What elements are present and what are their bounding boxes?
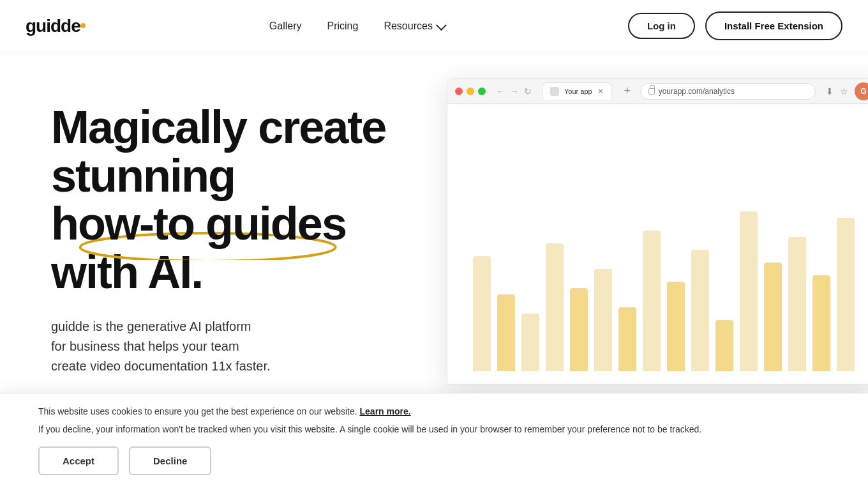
user-avatar[interactable]: G	[855, 82, 868, 100]
chart-bar	[521, 314, 539, 371]
refresh-icon[interactable]: ↻	[524, 86, 532, 96]
hero-title-line2: stunning how-to guides	[51, 150, 346, 250]
nav-links: Gallery Pricing Resources	[269, 20, 444, 32]
chart-bar	[691, 250, 709, 371]
chart-bar	[570, 288, 588, 371]
chart-bar	[667, 282, 685, 371]
browser-content	[447, 104, 868, 384]
hero-subtitle: guidde is the generative AI platformfor …	[51, 317, 396, 376]
decline-button[interactable]: Decline	[129, 446, 211, 475]
accept-button[interactable]: Accept	[38, 446, 119, 475]
nav-item-gallery[interactable]: Gallery	[269, 20, 302, 32]
cookie-buttons: Accept Decline	[38, 446, 830, 475]
nav-link-resources: Resources	[384, 20, 432, 32]
cookie-text-block: This website uses cookies to ensure you …	[38, 406, 830, 436]
chart-bar	[812, 275, 830, 371]
login-button[interactable]: Log in	[628, 13, 695, 39]
chart-container	[460, 179, 867, 371]
hero-title-highlight: how-to guides	[51, 198, 346, 249]
chart-bar	[740, 211, 758, 371]
chart-bar	[837, 218, 855, 371]
logo[interactable]: guidde	[26, 16, 86, 36]
tab-close-icon[interactable]: ✕	[597, 87, 604, 96]
browser-address-bar[interactable]: yourapp.com/analytics	[640, 83, 816, 100]
cookie-text-main: This website uses cookies to ensure you …	[38, 406, 357, 416]
star-icon[interactable]: ☆	[840, 86, 848, 96]
forward-icon[interactable]: →	[510, 86, 519, 96]
chart-bar	[473, 256, 491, 371]
chart-bar	[715, 320, 733, 371]
add-tab-button[interactable]: +	[620, 84, 635, 99]
nav-resources-dropdown[interactable]: Resources	[384, 20, 444, 32]
chart-bar	[618, 307, 636, 371]
logo-text: guidde	[26, 16, 86, 36]
chart-bar	[497, 294, 515, 371]
chart-bar	[546, 243, 564, 371]
chart-bar	[788, 237, 806, 371]
navbar: guidde Gallery Pricing Resources Log in …	[0, 0, 868, 52]
chevron-down-icon	[436, 20, 447, 31]
install-extension-button[interactable]: Install Free Extension	[705, 11, 842, 40]
dot-minimize[interactable]	[467, 88, 474, 95]
hero-highlight-wrapper: how-to guides	[51, 200, 346, 248]
browser-nav-buttons: ← → ↻	[496, 86, 532, 96]
cookie-text-2: If you decline, your information won't b…	[38, 423, 830, 436]
download-icon[interactable]: ⬇	[826, 86, 834, 96]
tab-favicon	[550, 87, 559, 96]
hero-title: Magically create stunning how-to guides …	[51, 103, 466, 296]
browser-tab-label: Your app	[564, 88, 592, 95]
nav-item-resources[interactable]: Resources	[384, 20, 444, 32]
hero-title-line1: Magically create	[51, 102, 385, 153]
browser-toolbar: ← → ↻ Your app ✕ + yourapp.com/analytics…	[447, 79, 868, 104]
cookie-text-1: This website uses cookies to ensure you …	[38, 406, 830, 416]
cookie-banner: This website uses cookies to ensure you …	[0, 393, 868, 488]
hero-title-line2-prefix: stunning	[51, 150, 235, 201]
chart-bar	[594, 269, 612, 371]
dot-maximize[interactable]	[478, 88, 486, 95]
browser-toolbar-right: ⬇ ☆ G	[826, 82, 868, 100]
nav-item-pricing[interactable]: Pricing	[327, 20, 359, 32]
nav-link-gallery[interactable]: Gallery	[269, 20, 302, 31]
browser-address-text: yourapp.com/analytics	[659, 87, 735, 96]
browser-mockup: ← → ↻ Your app ✕ + yourapp.com/analytics…	[447, 78, 868, 385]
nav-right: Log in Install Free Extension	[628, 11, 842, 40]
lock-icon	[648, 88, 655, 95]
logo-dot	[80, 23, 86, 28]
browser-tab[interactable]: Your app ✕	[542, 82, 612, 100]
cookie-learn-more-link[interactable]: Learn more.	[360, 406, 411, 416]
back-icon[interactable]: ←	[496, 86, 505, 96]
nav-link-pricing[interactable]: Pricing	[327, 20, 359, 31]
chart-bar	[764, 263, 782, 371]
chart-bar	[643, 231, 661, 371]
